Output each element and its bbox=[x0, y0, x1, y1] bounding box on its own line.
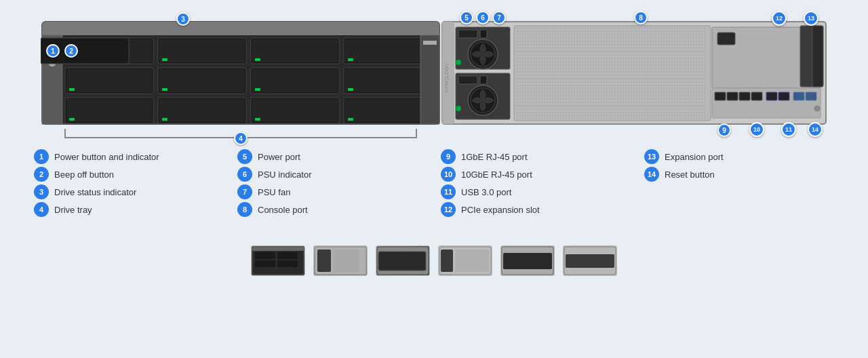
label-item-14: 14 Reset button bbox=[644, 165, 834, 183]
svg-point-63 bbox=[456, 106, 461, 111]
label-text-11: USB 3.0 port bbox=[461, 187, 511, 197]
svg-rect-153 bbox=[277, 252, 298, 259]
svg-rect-2 bbox=[42, 31, 439, 35]
callout-11: 11 bbox=[781, 122, 796, 137]
labels-col-3: 9 1GbE RJ-45 port 10 10GbE RJ-45 port 11… bbox=[441, 148, 631, 218]
thumbnail-4[interactable] bbox=[438, 245, 492, 276]
label-num-3: 3 bbox=[34, 184, 49, 199]
svg-rect-28 bbox=[255, 88, 260, 91]
svg-rect-40 bbox=[255, 118, 260, 121]
svg-rect-167 bbox=[566, 254, 614, 268]
callout-14: 14 bbox=[808, 122, 823, 137]
thumbnail-3[interactable] bbox=[376, 245, 430, 276]
label-item-6: 6 PSU indicator bbox=[237, 165, 427, 183]
svg-rect-162 bbox=[441, 250, 453, 272]
svg-rect-43 bbox=[348, 118, 353, 121]
label-num-13: 13 bbox=[644, 149, 659, 164]
svg-rect-31 bbox=[348, 88, 353, 91]
svg-rect-154 bbox=[255, 260, 275, 267]
labels-col-2: 5 Power port 6 PSU indicator 7 PSU fan 8… bbox=[237, 148, 427, 218]
label-item-13: 13 Expansion port bbox=[644, 148, 834, 165]
label-num-9: 9 bbox=[441, 149, 456, 164]
images-container: 1 2 3 4 SYNOLOGY bbox=[27, 20, 841, 127]
svg-rect-151 bbox=[252, 247, 304, 251]
svg-point-55 bbox=[479, 51, 486, 58]
label-item-9: 9 1GbE RJ-45 port bbox=[441, 148, 631, 165]
callout-9: 9 bbox=[717, 123, 731, 137]
svg-rect-27 bbox=[252, 69, 338, 92]
label-num-6: 6 bbox=[237, 167, 252, 182]
svg-rect-142 bbox=[751, 92, 762, 100]
back-device-section: SYNOLOGY bbox=[441, 20, 827, 127]
main-container: 1 2 3 4 SYNOLOGY bbox=[0, 0, 868, 296]
label-num-4: 4 bbox=[34, 202, 49, 217]
svg-rect-13 bbox=[162, 58, 167, 61]
front-device-section: 1 2 3 4 bbox=[41, 20, 441, 127]
callout-5: 5 bbox=[460, 11, 473, 24]
labels-section: 1 Power button and indicator 2 Beep off … bbox=[27, 148, 841, 218]
labels-col-1: 1 Power button and indicator 2 Beep off … bbox=[34, 148, 224, 218]
svg-rect-148 bbox=[812, 26, 823, 87]
callout-7: 7 bbox=[492, 11, 506, 24]
callout-1: 1 bbox=[46, 44, 60, 58]
svg-rect-44 bbox=[420, 35, 439, 124]
svg-rect-16 bbox=[255, 58, 260, 61]
thumbnails-row bbox=[27, 239, 841, 283]
label-item-8: 8 Console port bbox=[237, 201, 427, 218]
svg-point-149 bbox=[814, 105, 821, 112]
svg-point-56 bbox=[456, 60, 461, 65]
label-item-12: 12 PCIe expansion slot bbox=[441, 201, 631, 218]
label-text-12: PCIe expansion slot bbox=[461, 205, 540, 215]
callout-3: 3 bbox=[176, 12, 190, 26]
svg-point-62 bbox=[479, 97, 486, 104]
label-text-14: Reset button bbox=[665, 170, 715, 180]
label-item-5: 5 Power port bbox=[237, 148, 427, 165]
label-text-5: Power port bbox=[258, 152, 300, 162]
svg-rect-158 bbox=[333, 250, 360, 272]
svg-rect-165 bbox=[503, 253, 552, 269]
label-text-6: PSU indicator bbox=[258, 170, 311, 180]
label-num-12: 12 bbox=[441, 202, 456, 217]
svg-rect-24 bbox=[159, 69, 245, 92]
svg-rect-42 bbox=[345, 99, 431, 122]
label-text-7: PSU fan bbox=[258, 187, 290, 197]
callout-2: 2 bbox=[64, 44, 78, 58]
svg-rect-52 bbox=[480, 30, 487, 38]
svg-rect-34 bbox=[69, 118, 75, 121]
label-num-1: 1 bbox=[34, 149, 49, 164]
callout-10: 10 bbox=[749, 122, 764, 137]
callout-12: 12 bbox=[772, 11, 787, 26]
label-text-8: Console port bbox=[258, 205, 308, 215]
thumbnail-6[interactable] bbox=[563, 245, 617, 276]
svg-rect-19 bbox=[348, 58, 353, 61]
svg-rect-145 bbox=[793, 92, 804, 100]
label-num-8: 8 bbox=[237, 202, 252, 217]
svg-rect-30 bbox=[345, 69, 431, 92]
label-text-1: Power button and indicator bbox=[54, 152, 159, 162]
back-device-image: SYNOLOGY bbox=[441, 20, 827, 125]
callout-4: 4 bbox=[234, 132, 248, 145]
svg-rect-33 bbox=[66, 99, 152, 122]
label-item-4: 4 Drive tray bbox=[34, 201, 224, 218]
thumbnail-5[interactable] bbox=[500, 245, 555, 276]
callout-6: 6 bbox=[476, 11, 490, 24]
label-text-4: Drive tray bbox=[54, 205, 92, 215]
label-num-11: 11 bbox=[441, 184, 456, 199]
thumbnail-1[interactable] bbox=[251, 245, 305, 276]
callout-13: 13 bbox=[804, 11, 818, 26]
svg-rect-140 bbox=[727, 92, 738, 100]
svg-rect-152 bbox=[255, 252, 275, 259]
thumbnail-2[interactable] bbox=[313, 245, 368, 276]
label-item-2: 2 Beep off button bbox=[34, 165, 224, 183]
front-device-image bbox=[41, 20, 441, 125]
svg-rect-163 bbox=[455, 250, 489, 272]
svg-rect-45 bbox=[423, 41, 437, 45]
svg-rect-139 bbox=[715, 92, 726, 100]
svg-rect-37 bbox=[162, 118, 167, 121]
label-text-3: Drive status indicator bbox=[54, 187, 136, 197]
svg-text:SYNOLOGY: SYNOLOGY bbox=[443, 62, 450, 94]
svg-rect-15 bbox=[252, 39, 338, 62]
label-text-2: Beep off button bbox=[54, 170, 114, 180]
label-num-14: 14 bbox=[644, 167, 659, 182]
svg-rect-12 bbox=[159, 39, 245, 62]
